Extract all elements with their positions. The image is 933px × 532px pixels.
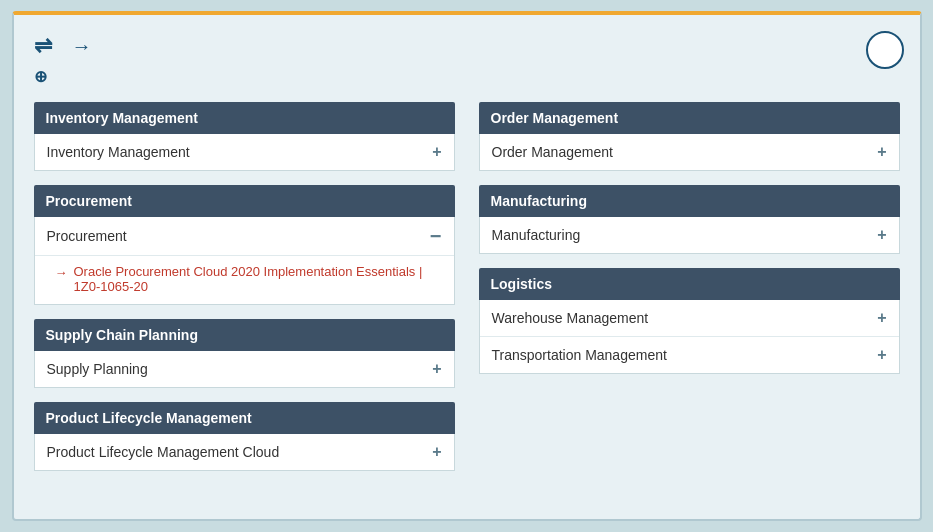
list-item: Inventory Management+ — [35, 134, 454, 170]
item-label: Transportation Management — [492, 347, 667, 363]
list-item: Warehouse Management+ — [480, 300, 899, 337]
show-all-link[interactable]: ⊕ — [34, 67, 900, 86]
list-item: Order Management+ — [480, 134, 899, 170]
modal-header: ⇌ → — [34, 33, 900, 59]
list-item: Product Lifecycle Management Cloud+ — [35, 434, 454, 470]
list-item: Procurement− — [35, 217, 454, 256]
list-item: Supply Planning+ — [35, 351, 454, 387]
sub-item-label: Oracle Procurement Cloud 2020 Implementa… — [74, 264, 442, 294]
list-item: Manufacturing+ — [480, 217, 899, 253]
section-manufacturing: ManufacturingManufacturing+ — [479, 185, 900, 254]
section-header-logistics: Logistics — [479, 268, 900, 300]
section-body-supply-chain-planning: Supply Planning+ — [34, 351, 455, 388]
list-item: Transportation Management+ — [480, 337, 899, 373]
expand-button[interactable]: + — [877, 226, 886, 244]
section-logistics: LogisticsWarehouse Management+Transporta… — [479, 268, 900, 374]
item-label: Product Lifecycle Management Cloud — [47, 444, 280, 460]
sub-item-link[interactable]: →Oracle Procurement Cloud 2020 Implement… — [55, 264, 442, 294]
transfer-icon: ⇌ — [34, 33, 52, 59]
section-body-order-management: Order Management+ — [479, 134, 900, 171]
left-column: Inventory ManagementInventory Management… — [34, 102, 455, 485]
item-label: Supply Planning — [47, 361, 148, 377]
item-label: Warehouse Management — [492, 310, 649, 326]
section-header-product-lifecycle: Product Lifecycle Management — [34, 402, 455, 434]
plus-circle-icon: ⊕ — [34, 67, 47, 86]
header-title: ⇌ → — [34, 33, 92, 59]
item-label: Order Management — [492, 144, 613, 160]
section-header-inventory-management: Inventory Management — [34, 102, 455, 134]
section-inventory-management: Inventory ManagementInventory Management… — [34, 102, 455, 171]
section-body-product-lifecycle: Product Lifecycle Management Cloud+ — [34, 434, 455, 471]
expand-button[interactable]: + — [877, 346, 886, 364]
modal-container: ⇌ → ⊕ Inventory ManagementInventory Mana… — [12, 11, 922, 521]
expand-button[interactable]: + — [432, 443, 441, 461]
item-label: Inventory Management — [47, 144, 190, 160]
close-button[interactable] — [866, 31, 904, 69]
sub-item-arrow-icon: → — [55, 265, 68, 280]
expand-button[interactable]: + — [432, 360, 441, 378]
collapse-button[interactable]: − — [430, 226, 442, 246]
section-body-inventory-management: Inventory Management+ — [34, 134, 455, 171]
section-supply-chain-planning: Supply Chain PlanningSupply Planning+ — [34, 319, 455, 388]
expand-button[interactable]: + — [877, 143, 886, 161]
section-order-management: Order ManagementOrder Management+ — [479, 102, 900, 171]
arrow-right-icon: → — [72, 35, 92, 58]
content-grid: Inventory ManagementInventory Management… — [34, 102, 900, 485]
section-header-supply-chain-planning: Supply Chain Planning — [34, 319, 455, 351]
section-body-procurement: Procurement−→Oracle Procurement Cloud 20… — [34, 217, 455, 305]
item-label: Manufacturing — [492, 227, 581, 243]
right-column: Order ManagementOrder Management+Manufac… — [479, 102, 900, 485]
item-label: Procurement — [47, 228, 127, 244]
section-product-lifecycle: Product Lifecycle ManagementProduct Life… — [34, 402, 455, 471]
expand-button[interactable]: + — [877, 309, 886, 327]
section-header-manufacturing: Manufacturing — [479, 185, 900, 217]
expand-button[interactable]: + — [432, 143, 441, 161]
section-procurement: ProcurementProcurement−→Oracle Procureme… — [34, 185, 455, 305]
section-header-procurement: Procurement — [34, 185, 455, 217]
section-body-manufacturing: Manufacturing+ — [479, 217, 900, 254]
section-header-order-management: Order Management — [479, 102, 900, 134]
section-body-logistics: Warehouse Management+Transportation Mana… — [479, 300, 900, 374]
sub-item: →Oracle Procurement Cloud 2020 Implement… — [35, 256, 454, 304]
